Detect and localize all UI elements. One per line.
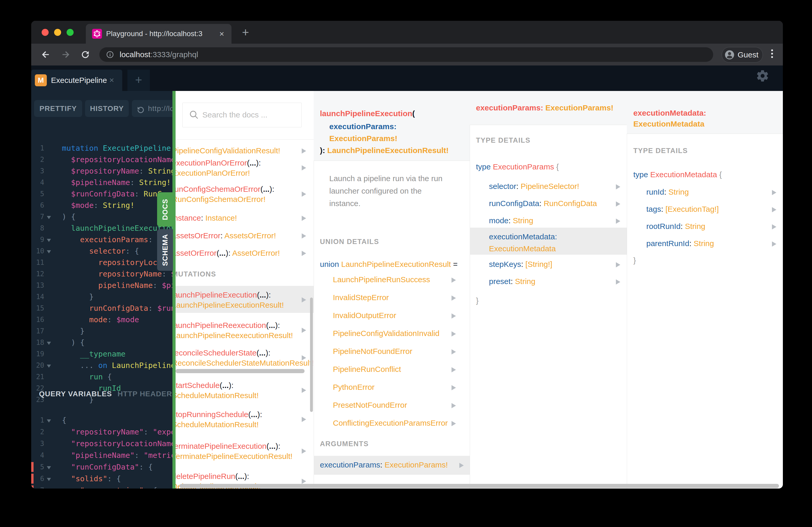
- fold-arrow-icon[interactable]: [47, 365, 51, 368]
- minimize-window-button[interactable]: [54, 29, 61, 36]
- chevron-right-icon[interactable]: [451, 385, 456, 390]
- code-line-6[interactable]: 6 "solids": {: [31, 473, 176, 485]
- fold-arrow-icon[interactable]: [47, 250, 51, 253]
- chevron-right-icon[interactable]: [302, 297, 306, 302]
- code-line-15[interactable]: 15 runConfigData: $runConfigData: [31, 302, 176, 314]
- chevron-right-icon[interactable]: [616, 280, 620, 285]
- docs-horizontal-scrollbar[interactable]: [179, 484, 779, 488]
- add-workspace-tab-button[interactable]: +: [128, 70, 150, 91]
- code-line-1[interactable]: 1{: [31, 415, 176, 426]
- code-line-6[interactable]: 6 $mode: String!: [31, 199, 176, 211]
- chevron-right-icon[interactable]: [451, 403, 456, 408]
- code-line-3[interactable]: 3 $repositoryName: String!: [31, 165, 176, 177]
- fold-arrow-icon[interactable]: [47, 216, 51, 219]
- code-line-14[interactable]: 14 }: [31, 291, 176, 302]
- docs-search-input[interactable]: [202, 105, 296, 125]
- chevron-right-icon[interactable]: [772, 241, 777, 246]
- url-text: localhost:3333/graphql: [120, 50, 198, 59]
- code-line-18[interactable]: 18 ) {: [31, 337, 176, 348]
- fold-arrow-icon[interactable]: [47, 342, 51, 345]
- chevron-right-icon[interactable]: [459, 463, 464, 468]
- horizontal-scrollbar[interactable]: [176, 369, 305, 373]
- code-line-4[interactable]: 4 $pipelineName: String!: [31, 177, 176, 188]
- code-line-17[interactable]: 17 }: [31, 325, 176, 337]
- code-line-3[interactable]: 3 "repositoryLocationName":: [31, 438, 176, 450]
- field-label: stepKeys: [String!]: [489, 260, 552, 269]
- code-line-11[interactable]: 11 repositoryLocationName: $repositoryLo…: [31, 257, 176, 268]
- code-line-12[interactable]: 12 repositoryName: $repositoryName: [31, 268, 176, 280]
- chevron-right-icon[interactable]: [616, 184, 620, 190]
- code-line-2[interactable]: 2 $repositoryLocationName: String!: [31, 154, 176, 165]
- chevron-right-icon[interactable]: [451, 331, 456, 336]
- vertical-scrollbar[interactable]: [310, 298, 313, 412]
- chevron-right-icon[interactable]: [302, 148, 306, 154]
- chevron-right-icon[interactable]: [451, 421, 456, 426]
- code-line-4[interactable]: 4 "pipelineName": "metrics: [31, 450, 176, 461]
- chevron-right-icon[interactable]: [616, 219, 620, 224]
- chevron-right-icon[interactable]: [451, 296, 456, 301]
- chevron-right-icon[interactable]: [302, 192, 306, 197]
- chevron-right-icon[interactable]: [302, 251, 306, 256]
- chevron-right-icon[interactable]: [302, 355, 306, 360]
- chevron-right-icon[interactable]: [772, 190, 777, 195]
- code-line-2[interactable]: 2 "repositoryName": "exper: [31, 426, 176, 438]
- workspace-tab[interactable]: M ExecutePipeline ×: [31, 70, 122, 91]
- code-line-5[interactable]: 5 $runConfigData: RunConfigData!: [31, 188, 176, 199]
- close-window-button[interactable]: [42, 29, 49, 36]
- workspace-tab-close-icon[interactable]: ×: [109, 75, 114, 85]
- fold-arrow-icon[interactable]: [47, 466, 51, 469]
- endpoint-input[interactable]: http://loc: [132, 100, 176, 117]
- tab-close-icon[interactable]: ×: [219, 29, 224, 39]
- code-line-1[interactable]: 1mutation ExecutePipeline(: [31, 142, 176, 154]
- endpoint-reload-icon[interactable]: [136, 104, 145, 121]
- chevron-right-icon[interactable]: [302, 165, 306, 170]
- chevron-right-icon[interactable]: [451, 313, 456, 319]
- code-line-13[interactable]: 13 pipelineName: $pipelineName: [31, 280, 176, 291]
- tab-schema[interactable]: SCHEMA: [157, 229, 173, 271]
- new-tab-button[interactable]: +: [237, 25, 254, 41]
- chevron-right-icon[interactable]: [772, 224, 777, 229]
- fold-arrow-icon[interactable]: [47, 239, 51, 242]
- tab-query-variables[interactable]: QUERY VARIABLES: [39, 390, 112, 398]
- code-line-21[interactable]: 21 run {: [31, 371, 176, 382]
- chevron-right-icon[interactable]: [616, 262, 620, 267]
- chevron-right-icon[interactable]: [772, 207, 777, 212]
- code-line-10[interactable]: 10 selector: {: [31, 245, 176, 257]
- chevron-right-icon[interactable]: [302, 449, 306, 454]
- chevron-right-icon[interactable]: [302, 417, 306, 422]
- back-icon[interactable]: [41, 49, 51, 61]
- code-line-5[interactable]: 5 "runConfigData": {: [31, 461, 176, 473]
- code-line-16[interactable]: 16 mode: $mode: [31, 314, 176, 325]
- browser-tab[interactable]: Playground - http://localhost:3 ×: [86, 24, 231, 44]
- chevron-right-icon[interactable]: [302, 234, 306, 239]
- chevron-right-icon[interactable]: [451, 349, 456, 355]
- browser-menu-icon[interactable]: [769, 48, 774, 60]
- settings-gear-icon[interactable]: [756, 69, 769, 84]
- fold-arrow-icon[interactable]: [47, 419, 51, 423]
- code-line-8[interactable]: 8 launchPipelineExecution(: [31, 223, 176, 234]
- tab-docs[interactable]: DOCS: [157, 192, 173, 227]
- code-line-7[interactable]: 7) {: [31, 211, 176, 223]
- history-button[interactable]: HISTORY: [85, 100, 129, 117]
- fold-arrow-icon[interactable]: [47, 478, 51, 481]
- code-line-19[interactable]: 19 __typename: [31, 348, 176, 360]
- chevron-right-icon[interactable]: [302, 479, 306, 484]
- chevron-right-icon[interactable]: [451, 277, 456, 283]
- docs-search-box[interactable]: [182, 103, 302, 127]
- forward-icon[interactable]: [60, 49, 71, 61]
- chevron-right-icon[interactable]: [302, 216, 306, 221]
- tab-http-headers[interactable]: HTTP HEADERS: [118, 390, 176, 398]
- chevron-right-icon[interactable]: [451, 367, 456, 372]
- chevron-right-icon[interactable]: [302, 328, 306, 333]
- chevron-right-icon[interactable]: [302, 388, 306, 393]
- code-line-20[interactable]: 20 ... on LaunchPipelineRunSuccess {: [31, 360, 176, 371]
- profile-button[interactable]: Guest: [722, 47, 763, 63]
- prettify-button[interactable]: PRETTIFY: [34, 100, 82, 117]
- reload-icon[interactable]: [80, 49, 90, 61]
- site-info-icon[interactable]: [106, 51, 114, 60]
- zoom-window-button[interactable]: [67, 29, 74, 36]
- code-line-7[interactable]: 7 "save_metrics": {: [31, 485, 176, 488]
- chevron-right-icon[interactable]: [616, 201, 620, 207]
- code-line-9[interactable]: 9 executionParams: {: [31, 234, 176, 245]
- address-bar[interactable]: localhost:3333/graphql: [99, 47, 713, 62]
